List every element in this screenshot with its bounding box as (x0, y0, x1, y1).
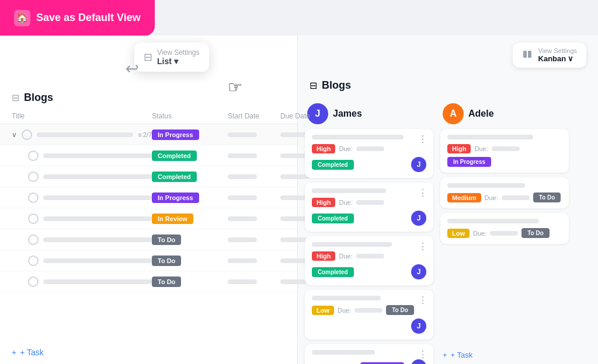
card-title-bar (447, 135, 533, 139)
cell-status: To Do (152, 276, 228, 287)
status-badge[interactable]: To Do (152, 235, 181, 245)
card-title-bar (312, 296, 381, 300)
due-label: Due: (473, 230, 486, 237)
table-row: In Progress (0, 187, 297, 208)
card-meta: Due: In Progress J (312, 359, 426, 364)
card-status-badge: In Progress (360, 362, 404, 365)
cell-status: In Progress (152, 129, 228, 140)
main-content: ⊟ View Settings List ▾ ↪ ☞ ⊟ Blogs Title… (0, 36, 598, 364)
card-meta: Low Due: To Do (447, 228, 562, 238)
save-default-button[interactable]: 🏠 Save as Default View (0, 0, 155, 36)
col-start-date: Start Date (228, 112, 280, 120)
col-due-date: Due Date (280, 112, 327, 120)
card-title-bar (312, 242, 392, 247)
task-checkbox[interactable] (28, 256, 39, 266)
priority-badge: High (312, 198, 335, 207)
add-task-label: + Task (20, 348, 44, 357)
due-date-bar (492, 146, 520, 151)
table-row: ∨ ≡ 2/7 In Progress (0, 124, 297, 145)
card-assignee-avatar: J (411, 211, 426, 226)
subtask-count: ≡ 2/7 (138, 131, 152, 138)
cell-title (12, 150, 152, 161)
grid-icon: ⊟ (144, 51, 152, 64)
chevron-icon[interactable]: ∨ (12, 131, 17, 139)
cell-status: To Do (152, 234, 228, 245)
kanban-columns: J James High Due: Completed J ⋮ (298, 99, 598, 364)
add-task-button[interactable]: + + Task (0, 341, 297, 364)
task-checkbox[interactable] (22, 130, 32, 140)
kanban-card: Medium Due: To Do (440, 177, 569, 208)
status-badge[interactable]: Completed (152, 150, 197, 161)
cell-start-date (228, 216, 280, 221)
status-badge[interactable]: In Progress (152, 130, 199, 140)
kanban-view-settings-label: View Settings (538, 47, 577, 54)
table-row: To Do (0, 250, 297, 271)
due-label: Due: (339, 253, 352, 260)
task-checkbox[interactable] (28, 276, 39, 287)
priority-badge: Low (447, 229, 470, 238)
card-assignee-avatar: J (411, 359, 426, 364)
card-more-button[interactable]: ⋮ (418, 349, 427, 360)
kanban-card: Low Due: To Do (440, 213, 569, 244)
task-checkbox[interactable] (28, 172, 39, 182)
card-title-bar (312, 188, 386, 193)
list-panel-header: ⊟ Blogs (0, 82, 297, 108)
status-badge[interactable]: In Review (152, 214, 193, 224)
status-badge[interactable]: Completed (152, 172, 197, 182)
kanban-card: High Due: In Progress (440, 129, 569, 173)
card-status-badge: Completed (312, 267, 354, 277)
card-meta: High Due: Completed J (312, 251, 426, 279)
kanban-add-task-button-adele[interactable]: + + Task (440, 346, 569, 364)
due-label: Due: (338, 307, 351, 314)
kanban-card: High Due: Completed J ⋮ (305, 183, 433, 232)
kanban-card: Due: In Progress J ⋮ (305, 344, 433, 364)
col-title: Title (12, 112, 152, 120)
kanban-card: Low Due: To Do J ⋮ (305, 290, 433, 340)
title-bar (43, 195, 152, 200)
card-more-button[interactable]: ⋮ (418, 295, 427, 306)
task-checkbox[interactable] (28, 192, 39, 203)
card-assignee-avatar: J (411, 157, 426, 172)
table-row: To Do (0, 271, 297, 292)
due-date-bar (356, 146, 384, 151)
col-status: Status (152, 112, 228, 120)
kanban-card: High Due: Completed J ⋮ (305, 129, 433, 178)
status-badge[interactable]: To Do (152, 256, 181, 266)
card-meta: High Due: In Progress (447, 144, 562, 167)
task-checkbox[interactable] (28, 235, 39, 245)
cell-start-date (228, 195, 280, 200)
card-status-badge: To Do (521, 228, 550, 238)
card-meta: High Due: Completed J (312, 198, 426, 226)
due-label: Due: (485, 194, 498, 201)
cell-title: ∨ ≡ 2/7 (12, 130, 152, 140)
kanban-title: Blogs (322, 79, 351, 92)
view-type-label: List ▾ (157, 57, 200, 66)
card-more-button[interactable]: ⋮ (418, 187, 427, 198)
kanban-header-icon: ⊟ (310, 80, 317, 91)
status-badge[interactable]: To Do (152, 276, 181, 287)
due-date-bar (356, 200, 384, 205)
task-checkbox[interactable] (28, 214, 39, 224)
card-status-badge: To Do (386, 305, 414, 315)
add-task-icon: + (12, 348, 16, 357)
top-bar: 🏠 Save as Default View (0, 0, 598, 36)
kanban-column-james: J James High Due: Completed J ⋮ (305, 99, 433, 364)
home-icon: 🏠 (14, 10, 30, 26)
due-label: Due: (474, 145, 488, 152)
cell-start-date (228, 258, 280, 263)
title-bar (43, 216, 152, 221)
card-status-badge: Completed (312, 160, 354, 170)
add-icon: + (443, 351, 447, 359)
cell-title (12, 276, 152, 287)
card-title-bar (447, 183, 525, 188)
card-more-button[interactable]: ⋮ (418, 134, 427, 145)
card-more-button[interactable]: ⋮ (418, 241, 427, 252)
status-badge[interactable]: In Progress (152, 192, 199, 203)
cell-title (12, 235, 152, 245)
cell-status: Completed (152, 150, 228, 161)
kanban-card: High Due: Completed J ⋮ (305, 236, 433, 285)
table-row: To Do (0, 229, 297, 250)
task-checkbox[interactable] (28, 150, 39, 161)
view-settings-tooltip: ⊟ View Settings List ▾ (134, 43, 209, 72)
cell-start-date (228, 279, 280, 284)
